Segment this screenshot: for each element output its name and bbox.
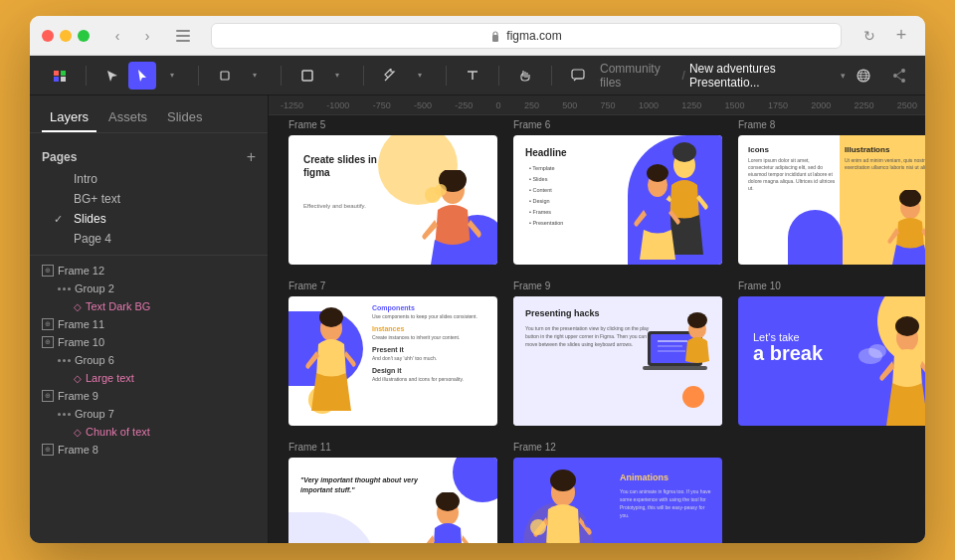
s9-text: You turn on the presentation view by cli… — [525, 324, 650, 348]
rect-tool-button[interactable] — [293, 62, 321, 90]
s6-list: • Template • Slides • Content • Design •… — [529, 163, 563, 229]
pen-dropdown-button[interactable]: ▾ — [406, 62, 434, 90]
pointer-tool-button[interactable] — [128, 62, 156, 90]
layer-group6[interactable]: Group 6 — [30, 351, 268, 369]
browser-nav: ‹ › — [105, 24, 159, 48]
hand-tool-button[interactable] — [511, 62, 539, 90]
layer-frame9[interactable]: ⊕ Frame 9 — [30, 387, 268, 405]
s8-illus-text: Ut enim ad minim veniam, quis nostrud ex… — [845, 157, 925, 171]
s7-comp-text: Use components to keep your slides consi… — [372, 313, 489, 320]
figma-app: ▾ ▾ ▾ — [30, 56, 925, 543]
add-page-button[interactable]: + — [247, 149, 256, 165]
layer-frame11[interactable]: ⊕ Frame 11 — [30, 315, 268, 333]
slide-frame10[interactable]: Let's take a break — [738, 296, 925, 426]
new-tab-button[interactable]: + — [889, 24, 913, 48]
svg-rect-8 — [221, 72, 229, 80]
svg-rect-0 — [176, 30, 190, 32]
tool-group-shapes: ▾ — [289, 62, 355, 90]
frame-dropdown-button[interactable]: ▾ — [241, 62, 269, 90]
slide-frame8[interactable]: Icons Lorem ipsum dolor sit amet, consec… — [738, 135, 925, 265]
frame-tool-button[interactable] — [211, 62, 239, 90]
s11-blob-left — [288, 512, 378, 543]
close-button[interactable] — [42, 30, 54, 42]
layer-frame8[interactable]: ⊕ Frame 8 — [30, 441, 268, 459]
slide-frame8-wrapper: Frame 8 Icons Lorem ipsum dolor s — [738, 135, 925, 265]
svg-point-12 — [893, 74, 897, 78]
frame5-label: Frame 5 — [288, 119, 325, 130]
frame8-label: Frame 8 — [738, 119, 775, 130]
shape-dropdown-button[interactable]: ▾ — [323, 62, 351, 90]
layer-chunk-text[interactable]: ◇ Chunk of text — [30, 423, 268, 441]
frame7-label: Frame 7 — [288, 280, 325, 291]
s7-present-text: And don't say 'uhh' too much. — [372, 355, 489, 362]
s7-right-content: Components Use components to keep your s… — [372, 304, 489, 383]
slide-frame7[interactable]: Components Use components to keep your s… — [288, 296, 497, 426]
tab-layers[interactable]: Layers — [42, 103, 96, 132]
slide-frame6[interactable]: Headline • Template • Slides • Content •… — [513, 135, 722, 265]
layer-frame10[interactable]: ⊕ Frame 10 — [30, 333, 268, 351]
pen-tool-button[interactable] — [376, 62, 404, 90]
page-bg-text[interactable]: BG+ text — [30, 189, 268, 209]
minimize-button[interactable] — [60, 30, 72, 42]
layer-group7[interactable]: Group 7 — [30, 405, 268, 423]
slide-frame11-wrapper: Frame 11 — [288, 458, 497, 543]
layer-group2[interactable]: Group 2 — [30, 280, 268, 297]
breadcrumb-title: New adventures Presentatio... — [689, 62, 837, 90]
slide-frame5[interactable]: Create slides in figma Effectively and b… — [288, 135, 497, 265]
comment-tool-button[interactable] — [564, 62, 592, 90]
slide-frame11[interactable]: "Very important thought about very impor… — [288, 458, 497, 543]
slides-row-2: Frame 7 — [288, 296, 925, 426]
back-button[interactable]: ‹ — [105, 24, 129, 48]
canvas-content[interactable]: Frame 5 Create slides in figma Effective… — [269, 115, 925, 543]
svg-point-36 — [895, 316, 919, 336]
s8-person-illustration — [882, 190, 925, 265]
tab-slides[interactable]: Slides — [159, 103, 210, 132]
page-intro[interactable]: Intro — [30, 169, 268, 189]
svg-point-31 — [687, 312, 707, 328]
page-4[interactable]: Page 4 — [30, 229, 268, 249]
hamburger-menu-button[interactable] — [46, 62, 74, 90]
address-bar[interactable]: figma.com — [211, 23, 842, 49]
s8-icons-title: Icons — [748, 145, 769, 154]
forward-button[interactable]: › — [135, 24, 159, 48]
s7-inst-title: Instances — [372, 325, 489, 332]
s12-text: You can animate in figma too. If you hav… — [620, 487, 714, 519]
sidebar-content: Pages + Intro BG+ text ✓ Slides — [30, 133, 268, 543]
slide-frame5-wrapper: Frame 5 Create slides in figma Effective… — [288, 135, 497, 265]
share-icon[interactable] — [885, 62, 913, 90]
text-tool-button[interactable] — [459, 62, 486, 90]
slides-container: Frame 5 Create slides in figma Effective… — [288, 135, 925, 543]
maximize-button[interactable] — [78, 30, 90, 42]
s6-headline: Headline — [525, 147, 567, 158]
breadcrumb-prefix: Community files — [600, 62, 678, 90]
layer-text-dark-bg[interactable]: ◇ Text Dark BG — [30, 297, 268, 315]
svg-rect-6 — [54, 77, 59, 82]
globe-icon[interactable] — [850, 62, 877, 90]
tool-group-comment — [560, 62, 596, 90]
canvas-area[interactable]: -1250 -1000 -750 -500 -250 0 250 500 750… — [269, 95, 925, 543]
breadcrumb-slash: / — [682, 69, 685, 83]
slide-frame9[interactable]: Presenting hacks You turn on the present… — [513, 296, 722, 426]
layer-large-text[interactable]: ◇ Large text — [30, 369, 268, 387]
sidebar-divider — [30, 255, 268, 256]
sidebar-toggle-button[interactable] — [171, 24, 195, 48]
breadcrumb-dropdown-icon[interactable]: ▾ — [841, 71, 846, 81]
tool-dropdown-button[interactable]: ▾ — [158, 62, 186, 90]
tab-assets[interactable]: Assets — [100, 103, 155, 132]
svg-point-20 — [672, 142, 696, 162]
svg-point-18 — [435, 184, 447, 196]
slide-frame12[interactable]: Animations You can animate in figma too.… — [513, 458, 722, 543]
s5-title: Create slides in figma — [303, 153, 393, 179]
s8-illus-title: Illustrations — [845, 145, 925, 154]
group-icon — [58, 287, 71, 290]
refresh-button[interactable]: ↻ — [858, 24, 881, 48]
layer-frame12[interactable]: ⊕ Frame 12 — [30, 262, 268, 280]
svg-point-13 — [901, 69, 905, 73]
url-text: figma.com — [506, 29, 561, 43]
svg-point-14 — [901, 79, 905, 83]
page-slides[interactable]: ✓ Slides — [30, 209, 268, 229]
frame9-label: Frame 9 — [513, 280, 550, 291]
figma-toolbar: ▾ ▾ ▾ — [30, 56, 925, 95]
s12-text-block: Animations You can animate in figma too.… — [620, 472, 714, 519]
move-tool-button[interactable] — [98, 62, 126, 90]
